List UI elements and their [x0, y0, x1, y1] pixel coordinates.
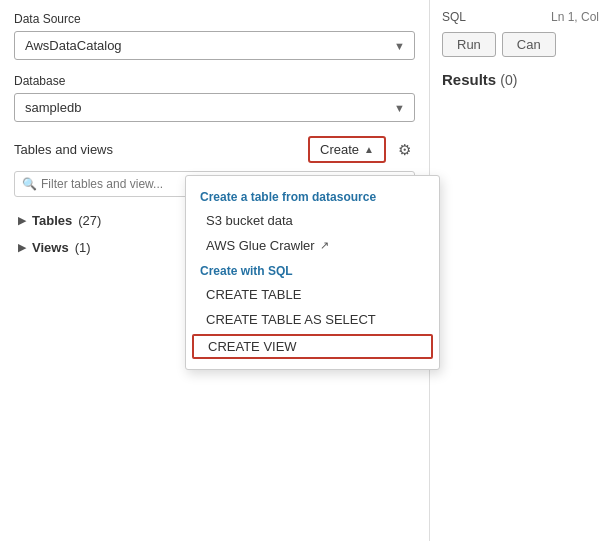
results-count: (0): [500, 72, 517, 88]
results-label: Results: [442, 71, 496, 88]
database-select-wrapper: sampledb ▼: [14, 93, 415, 122]
tables-views-label: Tables and views: [14, 142, 300, 157]
results-header: Results (0): [442, 71, 599, 88]
section-with-sql: Create with SQL: [186, 258, 439, 282]
tables-label: Tables: [32, 213, 72, 228]
create-table-as-select-item[interactable]: CREATE TABLE AS SELECT: [186, 307, 439, 332]
aws-glue-crawler-item[interactable]: AWS Glue Crawler ↗: [186, 233, 439, 258]
action-buttons: Run Can: [442, 32, 599, 57]
section-from-datasource: Create a table from datasource: [186, 184, 439, 208]
data-source-label: Data Source: [14, 12, 415, 26]
views-count: (1): [75, 240, 91, 255]
create-view-label: CREATE VIEW: [208, 339, 297, 354]
create-table-as-select-label: CREATE TABLE AS SELECT: [206, 312, 376, 327]
run-button[interactable]: Run: [442, 32, 496, 57]
create-button[interactable]: Create ▲: [308, 136, 386, 163]
create-view-item[interactable]: CREATE VIEW: [192, 334, 433, 359]
views-expand-arrow: ▶: [18, 241, 26, 254]
sql-toolbar: SQL Ln 1, Col: [442, 10, 599, 24]
data-source-select[interactable]: AwsDataCatalog: [14, 31, 415, 60]
cancel-button[interactable]: Can: [502, 32, 556, 57]
create-table-label: CREATE TABLE: [206, 287, 301, 302]
database-select[interactable]: sampledb: [14, 93, 415, 122]
ln-col-label: Ln 1, Col: [551, 10, 599, 24]
create-button-label: Create: [320, 142, 359, 157]
tables-header: Tables and views Create ▲ ⚙: [14, 136, 415, 163]
tables-count: (27): [78, 213, 101, 228]
left-panel: Data Source AwsDataCatalog ▼ Database sa…: [0, 0, 430, 541]
s3-bucket-data-item[interactable]: S3 bucket data: [186, 208, 439, 233]
create-dropdown-menu: Create a table from datasource S3 bucket…: [185, 175, 440, 370]
aws-glue-crawler-label: AWS Glue Crawler: [206, 238, 315, 253]
tables-expand-arrow: ▶: [18, 214, 26, 227]
search-icon: 🔍: [22, 177, 37, 191]
database-label: Database: [14, 74, 415, 88]
sql-label: SQL: [442, 10, 466, 24]
data-source-select-wrapper: AwsDataCatalog ▼: [14, 31, 415, 60]
right-panel: SQL Ln 1, Col Run Can Results (0): [430, 0, 611, 541]
s3-bucket-data-label: S3 bucket data: [206, 213, 293, 228]
create-table-item[interactable]: CREATE TABLE: [186, 282, 439, 307]
external-link-icon: ↗: [320, 239, 329, 252]
views-label: Views: [32, 240, 69, 255]
create-arrow-icon: ▲: [364, 144, 374, 155]
gear-button[interactable]: ⚙: [394, 139, 415, 161]
